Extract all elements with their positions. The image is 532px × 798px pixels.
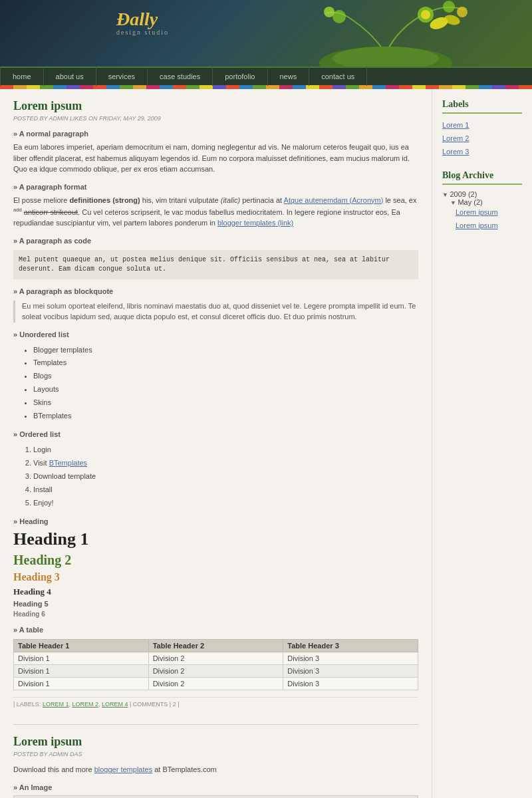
svg-point-1	[421, 10, 430, 19]
demo-h3: Heading 3	[13, 571, 418, 583]
label-link-2[interactable]: Lorem 2	[442, 132, 522, 146]
sidebar-labels-section: Labels Lorem 1 Lorem 2 Lorem 3	[442, 99, 522, 158]
blogger-templates-link[interactable]: blogger templates (link)	[217, 219, 293, 227]
table-row: Division 1 Division 2 Division 3	[14, 665, 418, 678]
list-item: BTemplates	[33, 410, 418, 423]
sidebar: Labels Lorem 1 Lorem 2 Lorem 3 Blog Arch…	[432, 89, 532, 798]
label-link[interactable]: LOREM 1	[43, 701, 69, 708]
labels-title: Labels	[442, 99, 522, 114]
main-content: Lorem ipsum POSTED BY ADMIN LIKES ON FRI…	[0, 89, 432, 798]
post-1-para2: El posse meliore definitiones (strong) h…	[13, 195, 418, 229]
image-ruler: 050100150200250	[13, 795, 418, 798]
post-2: Lorem ipsum POSTED BY ADMIN DAS Download…	[13, 735, 418, 798]
post-1-para1: Ea eum labores imperiet, aperiam democri…	[13, 142, 418, 175]
section-code: A paragraph as code	[13, 237, 418, 245]
sidebar-archive-section: Blog Archive 2009 (2) May (2) Lorem ipsu…	[442, 170, 522, 233]
svg-point-2	[443, 1, 455, 13]
list-item: Templates	[33, 356, 418, 370]
list-item: Skins	[33, 396, 418, 410]
post-1-meta: POSTED BY ADMIN LIKES ON FRIDAY, MAY 29,…	[13, 115, 418, 122]
list-item: Install	[33, 483, 418, 497]
nav-services[interactable]: services	[96, 67, 148, 86]
table-row: Division 1 Division 2 Division 3	[14, 678, 418, 690]
unordered-list: Blogger templates Templates Blogs Layout…	[33, 344, 418, 423]
logo: Ðally design studio	[116, 10, 169, 36]
logo-text: Ðally	[116, 10, 169, 29]
section-unordered: Unordered list	[13, 331, 418, 338]
section-table: A table	[13, 626, 418, 634]
logo-subtitle: design studio	[116, 29, 169, 36]
demo-h1: Heading 1	[13, 529, 418, 549]
main-nav: home about us services case studies port…	[0, 66, 532, 85]
nav-home[interactable]: home	[0, 67, 44, 86]
blogger-templates-link2[interactable]: blogger templates	[94, 765, 152, 773]
post-1-footer: | LABELS: LOREM 1, LOREM 2, LOREM 4 | CO…	[13, 697, 418, 708]
table-header: Table Header 1	[14, 640, 149, 652]
acronym-link[interactable]: Atque autenemdam (Acronym)	[284, 196, 384, 204]
nav-about[interactable]: about us	[44, 67, 96, 86]
svg-point-3	[457, 7, 467, 17]
svg-point-7	[324, 7, 334, 17]
section-image: An Image	[13, 783, 418, 791]
table-header: Table Header 2	[148, 640, 283, 652]
list-item: Enjoy!	[33, 497, 418, 510]
post-image-container: 050100150200250	[13, 795, 418, 798]
code-block: Mel putent quaeque an, ut postea melius …	[13, 250, 418, 279]
archive-post-2[interactable]: Lorem ipsum	[442, 219, 522, 233]
list-item: Layouts	[33, 383, 418, 396]
demo-h6: Heading 6	[13, 610, 418, 618]
header: Ðally design studio	[0, 0, 532, 66]
list-item: Blogger templates	[33, 344, 418, 357]
btemplates-link[interactable]: BTemplates	[49, 459, 87, 467]
archive-title: Blog Archive	[442, 170, 522, 185]
post-2-intro: Download this and more blogger templates…	[13, 764, 418, 775]
section-paragraph-format: A paragraph format	[13, 183, 418, 191]
post-1-title: Lorem ipsum	[13, 99, 418, 113]
table-header: Table Header 3	[283, 640, 418, 652]
label-link[interactable]: LOREM 2	[72, 701, 98, 708]
post-2-meta: POSTED BY ADMIN DAS	[13, 751, 418, 757]
section-normal-paragraph: A normal paragraph	[13, 130, 418, 138]
section-blockquote: A paragraph as blockquote	[13, 287, 418, 295]
post-2-title: Lorem ipsum	[13, 735, 418, 749]
table-row: Division 1 Division 2 Division 3	[14, 652, 418, 665]
archive-post-1[interactable]: Lorem ipsum	[442, 206, 522, 219]
archive-month[interactable]: May (2)	[442, 198, 522, 206]
demo-h5: Heading 5	[13, 600, 418, 608]
label-link[interactable]: LOREM 4	[102, 701, 128, 708]
label-link-3[interactable]: Lorem 3	[442, 146, 522, 159]
nav-news[interactable]: news	[268, 67, 310, 86]
post-1: Lorem ipsum POSTED BY ADMIN LIKES ON FRI…	[13, 99, 418, 708]
archive-year[interactable]: 2009 (2)	[442, 190, 522, 198]
nav-portfolio[interactable]: portofolio	[213, 67, 267, 86]
list-item: Visit BTemplates	[33, 457, 418, 470]
demo-table: Table Header 1 Table Header 2 Table Head…	[13, 639, 418, 690]
list-item: Login	[33, 444, 418, 457]
label-link-1[interactable]: Lorem 1	[442, 119, 522, 132]
header-decoration	[293, 0, 479, 66]
logo-highlight: Ð	[116, 9, 130, 29]
content-wrapper: Lorem ipsum POSTED BY ADMIN LIKES ON FRI…	[0, 89, 532, 798]
logo-name: ally	[130, 9, 158, 29]
list-item: Download template	[33, 470, 418, 483]
post-divider	[13, 724, 418, 725]
nav-contact[interactable]: contact us	[309, 67, 367, 86]
demo-h4: Heading 4	[13, 587, 418, 597]
section-ordered: Ordered list	[13, 430, 418, 438]
list-item: Blogs	[33, 370, 418, 383]
section-heading-demo: Heading	[13, 517, 418, 525]
nav-case[interactable]: case studies	[148, 67, 213, 86]
blockquote-block: Eu mei solum oporteat eleifend, libris n…	[13, 301, 418, 323]
demo-h2: Heading 2	[13, 553, 418, 568]
ordered-list: Login Visit BTemplates Download template…	[33, 444, 418, 509]
